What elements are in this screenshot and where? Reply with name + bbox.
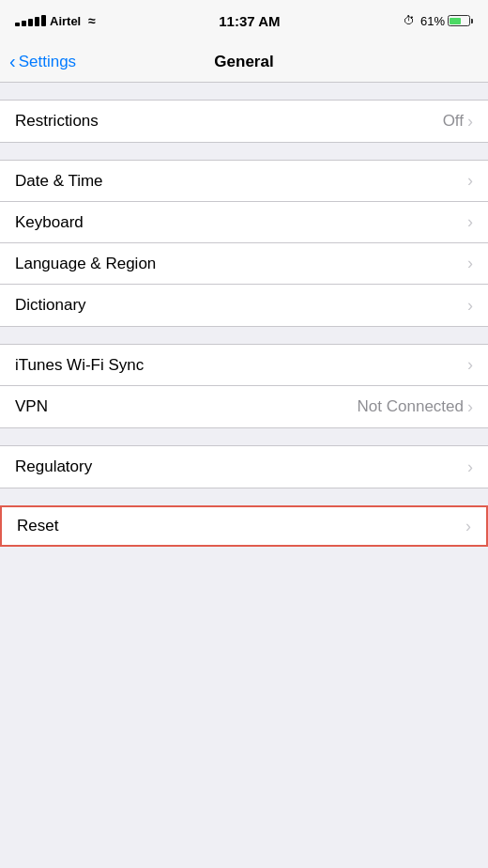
gap-1 xyxy=(0,143,488,160)
vpn-chevron-icon: › xyxy=(467,397,473,417)
vpn-label: VPN xyxy=(15,397,48,416)
keyboard-right: › xyxy=(467,212,473,232)
dictionary-label: Dictionary xyxy=(15,296,86,315)
restrictions-chevron-icon: › xyxy=(467,112,473,132)
language-region-label: Language & Region xyxy=(15,255,156,273)
vpn-right: Not Connected › xyxy=(358,397,473,417)
vpn-group: iTunes Wi-Fi Sync › VPN Not Connected › xyxy=(0,344,488,428)
reset-item[interactable]: Reset › xyxy=(0,505,488,547)
back-chevron-icon: ‹ xyxy=(9,52,16,70)
keyboard-label: Keyboard xyxy=(15,213,84,232)
vpn-item[interactable]: VPN Not Connected › xyxy=(0,386,488,427)
reset-chevron-icon: › xyxy=(465,517,471,536)
dictionary-right: › xyxy=(467,296,473,316)
restrictions-item[interactable]: Restrictions Off › xyxy=(0,101,488,142)
dictionary-item[interactable]: Dictionary › xyxy=(0,285,488,326)
top-gap xyxy=(0,83,488,100)
date-time-chevron-icon: › xyxy=(467,171,473,191)
back-button-label: Settings xyxy=(19,53,76,71)
dictionary-chevron-icon: › xyxy=(467,296,473,316)
vpn-value: Not Connected xyxy=(358,397,464,416)
status-bar: Airtel ≈ 11:37 AM ⏱ 61% xyxy=(0,0,488,41)
restrictions-label: Restrictions xyxy=(15,112,99,131)
signal-strength xyxy=(15,15,46,26)
battery-percent: 61% xyxy=(420,14,445,28)
reset-right: › xyxy=(465,517,471,536)
gap-3 xyxy=(0,428,488,445)
date-time-right: › xyxy=(467,171,473,191)
date-time-item[interactable]: Date & Time › xyxy=(0,161,488,202)
back-button[interactable]: ‹ Settings xyxy=(9,53,76,71)
restrictions-group: Restrictions Off › xyxy=(0,100,488,143)
reset-label: Reset xyxy=(17,517,58,535)
regulatory-item[interactable]: Regulatory › xyxy=(0,446,488,488)
carrier-label: Airtel xyxy=(50,14,81,28)
keyboard-chevron-icon: › xyxy=(467,212,473,232)
restrictions-right: Off › xyxy=(443,112,473,132)
wifi-icon: ≈ xyxy=(88,13,96,28)
keyboard-item[interactable]: Keyboard › xyxy=(0,202,488,243)
lock-icon: ⏱ xyxy=(404,14,415,27)
battery-indicator: 61% xyxy=(420,14,473,28)
status-right: ⏱ 61% xyxy=(404,14,473,28)
regulatory-chevron-icon: › xyxy=(467,457,473,477)
restrictions-value: Off xyxy=(443,112,464,131)
status-time: 11:37 AM xyxy=(219,13,280,29)
gap-2 xyxy=(0,327,488,344)
datetime-group: Date & Time › Keyboard › Language & Regi… xyxy=(0,160,488,327)
battery-icon xyxy=(448,15,473,26)
status-left: Airtel ≈ xyxy=(15,13,96,28)
date-time-label: Date & Time xyxy=(15,172,103,191)
itunes-wifi-sync-item[interactable]: iTunes Wi-Fi Sync › xyxy=(0,345,488,386)
nav-bar: ‹ Settings General xyxy=(0,41,488,83)
itunes-wifi-sync-label: iTunes Wi-Fi Sync xyxy=(15,356,144,375)
page-title: General xyxy=(214,53,273,71)
language-region-item[interactable]: Language & Region › xyxy=(0,243,488,285)
gap-4 xyxy=(0,488,488,505)
regulatory-group: Regulatory › xyxy=(0,445,488,488)
itunes-wifi-sync-right: › xyxy=(467,355,473,375)
regulatory-label: Regulatory xyxy=(15,457,92,476)
settings-content: Restrictions Off › Date & Time › Keyboar… xyxy=(0,83,488,547)
itunes-wifi-sync-chevron-icon: › xyxy=(467,355,473,375)
regulatory-right: › xyxy=(467,457,473,477)
language-region-chevron-icon: › xyxy=(467,254,473,273)
language-region-right: › xyxy=(467,254,473,273)
